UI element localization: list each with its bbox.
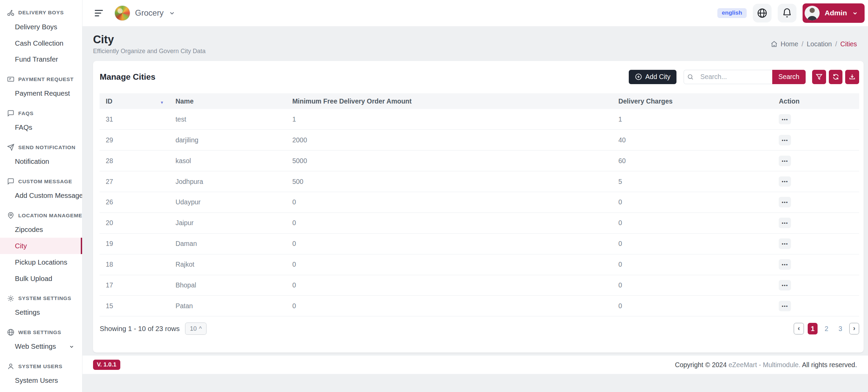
globe-icon — [757, 8, 767, 18]
bottom-strip — [82, 374, 868, 392]
column-header-id[interactable]: ID▼ — [100, 93, 169, 109]
row-actions-button[interactable]: ••• — [779, 301, 791, 311]
row-actions-button[interactable]: ••• — [779, 218, 791, 228]
sidebar-item-bulk-upload[interactable]: Bulk Upload — [0, 270, 82, 287]
sort-desc-icon[interactable]: ▼ — [160, 100, 164, 105]
content-area: City Efficiently Organize and Govern Cit… — [82, 27, 868, 356]
notifications-button[interactable] — [778, 4, 796, 22]
pin-icon — [7, 212, 14, 219]
search-group: Search — [684, 70, 805, 84]
home-icon — [771, 41, 778, 48]
sidebar-item-system-users[interactable]: System Users — [0, 373, 82, 389]
caret-up-icon: ^ — [199, 325, 202, 332]
manage-cities-card: Manage Cities Add City Search — [93, 61, 864, 352]
brand-link[interactable]: eZeeMart - Multimodule. — [729, 361, 801, 369]
chat-icon — [7, 110, 14, 117]
row-actions-button[interactable]: ••• — [779, 176, 791, 187]
table-row: 19Daman00 ••• — [100, 233, 859, 254]
table-row: 18Rajkot00 ••• — [100, 254, 859, 275]
sidebar-item-settings[interactable]: Settings — [0, 304, 82, 321]
pagination-row: Showing 1 - 10 of 23 rows 10 ^ ‹ 1 2 3 › — [100, 323, 859, 335]
topbar: Grocery english Admin — [82, 0, 868, 27]
sidebar-section-system-users: SYSTEM USERS — [0, 360, 82, 373]
table-header-row: ID▼ Name Minimum Free Delivery Order Amo… — [100, 93, 859, 109]
chevron-down-icon — [69, 344, 74, 349]
add-city-button[interactable]: Add City — [629, 70, 676, 84]
sidebar-item-payment-request[interactable]: Payment Request — [0, 85, 82, 102]
bell-icon — [782, 8, 792, 18]
filter-button[interactable] — [812, 70, 826, 84]
sidebar-section-delivery-boys: DELIVERY BOYS — [0, 6, 82, 19]
row-actions-button[interactable]: ••• — [779, 238, 791, 249]
sidebar: DELIVERY BOYS Delivery Boys Cash Collect… — [0, 0, 82, 392]
page-size-dropdown[interactable]: 10 ^ — [185, 323, 207, 335]
sidebar-item-city[interactable]: City — [0, 238, 82, 254]
table-row: 26Udaypur00 ••• — [100, 192, 859, 213]
topbar-right: english Admin — [717, 3, 865, 23]
row-actions-button[interactable]: ••• — [779, 197, 791, 207]
column-header-name[interactable]: Name — [169, 93, 286, 109]
pagination-summary: Showing 1 - 10 of 23 rows — [100, 325, 180, 333]
row-actions-button[interactable]: ••• — [779, 156, 791, 166]
sidebar-section-system-settings: SYSTEM SETTINGS — [0, 292, 82, 304]
column-header-delivery-charges[interactable]: Delivery Charges — [612, 93, 773, 109]
sidebar-item-zipcodes[interactable]: Zipcodes — [0, 221, 82, 238]
sidebar-item-delivery-boys[interactable]: Delivery Boys — [0, 19, 82, 35]
table-row: 20Jaipur00 ••• — [100, 213, 859, 233]
pagination-prev-button[interactable]: ‹ — [794, 323, 804, 334]
sidebar-item-pickup-locations[interactable]: Pickup Locations — [0, 254, 82, 270]
sidebar-section-faqs: FAQS — [0, 107, 82, 120]
admin-menu-button[interactable]: Admin — [803, 3, 865, 23]
search-button[interactable]: Search — [772, 70, 805, 84]
column-header-min-free[interactable]: Minimum Free Delivery Order Amount — [286, 93, 612, 109]
language-badge: english — [717, 8, 747, 18]
breadcrumb-home[interactable]: Home — [771, 40, 798, 48]
sidebar-item-manage-system-users[interactable]: Manage System Users — [0, 389, 82, 392]
card-head: Manage Cities Add City Search — [93, 61, 864, 94]
pagination-next-button[interactable]: › — [849, 323, 859, 334]
page-title: City — [93, 34, 205, 46]
admin-avatar — [805, 6, 820, 21]
pagination-page-1[interactable]: 1 — [808, 323, 818, 334]
breadcrumb-location[interactable]: Location — [807, 40, 832, 48]
hamburger-menu-icon[interactable] — [95, 8, 105, 18]
sidebar-item-faqs[interactable]: FAQs — [0, 120, 82, 136]
pagination-page-3[interactable]: 3 — [835, 323, 845, 334]
chevron-down-icon — [169, 10, 175, 16]
sidebar-item-notification[interactable]: Notification — [0, 154, 82, 170]
table-row: 15Patan00 ••• — [100, 296, 859, 316]
language-globe-button[interactable] — [753, 4, 772, 22]
bike-icon — [7, 9, 14, 16]
download-button[interactable] — [845, 70, 859, 84]
breadcrumb-separator: / — [802, 40, 803, 48]
page-head: City Efficiently Organize and Govern Cit… — [82, 27, 868, 61]
refresh-icon — [832, 73, 839, 80]
card-icon — [7, 76, 14, 83]
page-subtitle: Efficiently Organize and Govern City Dat… — [93, 48, 205, 55]
pagination-page-2[interactable]: 2 — [822, 323, 832, 334]
sidebar-item-cash-collection[interactable]: Cash Collection — [0, 35, 82, 51]
search-input[interactable] — [697, 70, 772, 84]
row-actions-button[interactable]: ••• — [779, 259, 791, 270]
globe-icon — [7, 329, 14, 336]
table-row: 29darjiling200040 ••• — [100, 130, 859, 151]
app-root: DELIVERY BOYS Delivery Boys Cash Collect… — [0, 0, 868, 392]
sidebar-item-fund-transfer[interactable]: Fund Transfer — [0, 51, 82, 68]
breadcrumb: Home / Location / Cities — [771, 40, 857, 48]
column-header-action: Action — [773, 93, 859, 109]
filter-funnel-icon — [816, 73, 823, 80]
row-actions-button[interactable]: ••• — [779, 135, 791, 145]
refresh-button[interactable] — [829, 70, 843, 84]
row-actions-button[interactable]: ••• — [779, 280, 791, 291]
users-icon — [7, 363, 14, 370]
table-row: 31test11 ••• — [100, 109, 859, 130]
footer: V. 1.0.1 Copyright © 2024 eZeeMart - Mul… — [82, 356, 868, 374]
search-icon — [687, 74, 694, 80]
row-actions-button[interactable]: ••• — [779, 114, 791, 125]
cities-table: ID▼ Name Minimum Free Delivery Order Amo… — [100, 93, 859, 316]
sidebar-item-add-custom-message[interactable]: Add Custom Message — [0, 188, 82, 204]
gear-icon — [7, 295, 14, 302]
sidebar-item-web-settings[interactable]: Web Settings — [0, 339, 82, 355]
message-icon — [7, 178, 14, 185]
brand-selector[interactable]: Grocery — [115, 5, 175, 21]
